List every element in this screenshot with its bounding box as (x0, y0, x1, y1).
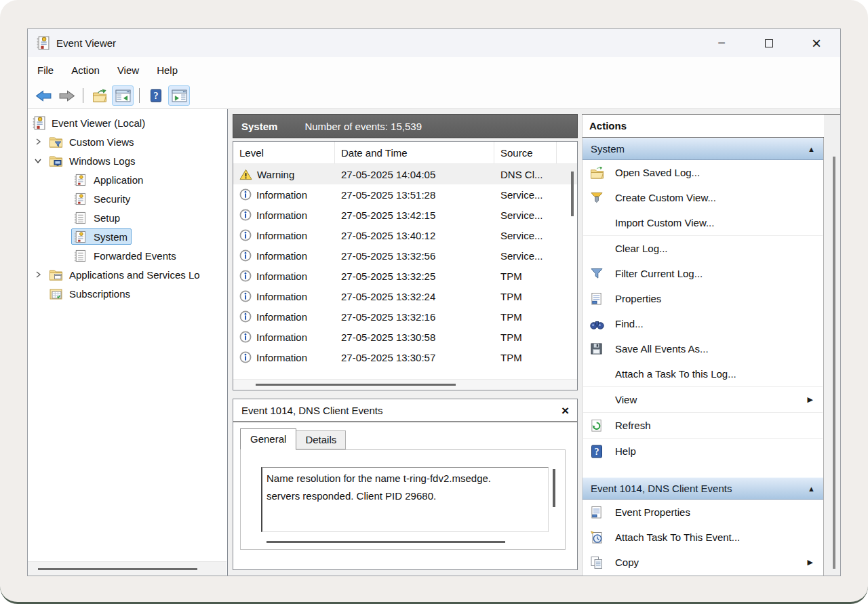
event-row[interactable]: Information27-05-2025 13:51:28Service... (233, 184, 577, 205)
event-detail-header: Event 1014, DNS Client Events × (233, 399, 577, 422)
tree-node: Setup (71, 209, 124, 226)
action-filter-current-log[interactable]: Filter Current Log... (583, 261, 823, 286)
event-row[interactable]: Information27-05-2025 13:30:57TPM (233, 347, 577, 367)
action-view[interactable]: View▶ (583, 387, 823, 412)
chevron-right-icon[interactable] (29, 138, 47, 146)
tree-item-custom-views[interactable]: Custom Views (28, 132, 227, 151)
toolbar-separator (83, 88, 83, 103)
tree-horizontal-scrollbar[interactable] (28, 561, 226, 576)
events-table-header: LevelDate and TimeSource (233, 142, 577, 164)
help-book-button[interactable]: ? (145, 85, 167, 106)
actions-list: System▲Open Saved Log...Create Custom Vi… (582, 138, 824, 576)
chevron-down-icon[interactable] (29, 157, 47, 165)
action-pane-button[interactable] (168, 85, 190, 106)
event-row[interactable]: Information27-05-2025 13:42:15Service... (233, 205, 577, 225)
tree-node: Applications and Services Lo (47, 266, 204, 283)
action-save-all-events-as[interactable]: Save All Events As... (583, 336, 823, 361)
open-folder-button[interactable] (89, 85, 111, 106)
event-row[interactable]: Information27-05-2025 13:32:16TPM (233, 306, 577, 327)
action-label: Clear Log... (615, 243, 668, 254)
tab-general[interactable]: General (240, 428, 296, 450)
collapse-arrow-icon[interactable]: ▲ (808, 485, 815, 493)
action-find[interactable]: Find... (583, 311, 823, 336)
events-header-bar: System Number of events: 15,539 (233, 114, 578, 138)
event-datetime-cell: 27-05-2025 13:32:56 (335, 250, 494, 262)
column-header-source[interactable]: Source (494, 142, 557, 163)
menu-action[interactable]: Action (62, 64, 108, 76)
column-header-date-and-time[interactable]: Date and Time (335, 142, 494, 163)
submenu-arrow-icon: ▶ (808, 558, 813, 567)
actions-panel-inner: Actions System▲Open Saved Log...Create C… (582, 114, 841, 576)
menu-file[interactable]: File (28, 64, 62, 76)
actions-section-header-event[interactable]: Event 1014, DNS Client Events▲ (583, 477, 823, 500)
tree-item-security[interactable]: Security (28, 189, 227, 208)
event-level-text: Information (256, 230, 307, 241)
tree-item-label: System (94, 231, 127, 243)
tree-item-forwarded-events[interactable]: Forwarded Events (28, 246, 227, 265)
events-horizontal-scrollbar[interactable] (233, 379, 577, 390)
action-attach-task-to-this-event[interactable]: Attach Task To This Event... (583, 525, 823, 550)
action-import-custom-view[interactable]: Import Custom View... (583, 210, 823, 235)
event-level-text: Information (256, 189, 307, 201)
event-datetime-cell: 27-05-2025 13:32:25 (335, 270, 494, 282)
tree-item-subscriptions[interactable]: Subscriptions (28, 284, 227, 303)
log-alert-icon (73, 173, 90, 186)
event-row[interactable]: Information27-05-2025 13:40:12Service... (233, 225, 577, 245)
tree-item-system[interactable]: System (28, 227, 227, 246)
tree-item-setup[interactable]: Setup (28, 208, 227, 227)
events-hscroll-thumb[interactable] (256, 384, 456, 386)
event-row[interactable]: Warning27-05-2025 14:04:05DNS Cl... (233, 164, 577, 184)
menu-view[interactable]: View (108, 64, 148, 76)
information-icon (239, 209, 252, 221)
action-icon-spacer (590, 367, 605, 381)
action-open-saved-log[interactable]: Open Saved Log... (583, 160, 823, 185)
action-clear-log[interactable]: Clear Log... (583, 236, 823, 261)
actions-section-header-system[interactable]: System▲ (583, 138, 823, 160)
information-icon (239, 310, 252, 323)
console-tree-button[interactable] (112, 85, 134, 106)
event-source-cell: TPM (494, 291, 557, 302)
action-copy[interactable]: Copy▶ (583, 550, 823, 575)
help-book-icon: ? (149, 89, 163, 102)
maximize-button[interactable] (745, 29, 793, 57)
events-vscroll-thumb[interactable] (571, 172, 574, 216)
action-event-properties[interactable]: Event Properties (583, 500, 823, 525)
action-attach-a-task-to-this-log[interactable]: Attach a Task To this Log... (583, 361, 823, 386)
event-level-text: Information (256, 331, 307, 343)
tree-item-event-viewer-local-[interactable]: Event Viewer (Local) (28, 113, 227, 132)
chevron-right-icon[interactable] (29, 270, 47, 279)
event-level-text: Information (256, 209, 307, 221)
tree-item-application[interactable]: Application (28, 170, 227, 189)
event-detail-tabs: GeneralDetails (240, 428, 577, 449)
event-row[interactable]: Information27-05-2025 13:30:58TPM (233, 327, 577, 347)
event-row[interactable]: Information27-05-2025 13:30:57TPM (233, 367, 577, 368)
description-hscroll-thumb[interactable] (267, 541, 505, 543)
actions-vscroll-thumb[interactable] (833, 157, 835, 569)
action-help[interactable]: ?Help (583, 439, 823, 464)
action-label: Attach a Task To this Log... (615, 368, 736, 380)
event-row[interactable]: Information27-05-2025 13:32:25TPM (233, 266, 577, 286)
event-row[interactable]: Information27-05-2025 13:32:24TPM (233, 286, 577, 306)
properties-icon (590, 506, 605, 519)
action-create-custom-view[interactable]: Create Custom View... (583, 185, 823, 210)
back-arrow-button[interactable] (33, 85, 54, 106)
action-refresh[interactable]: Refresh (583, 413, 823, 438)
menu-help[interactable]: Help (148, 64, 186, 76)
description-vscroll-thumb[interactable] (553, 469, 555, 507)
event-level-text: Information (256, 291, 307, 302)
tree-node: System (71, 228, 132, 245)
event-row[interactable]: Information27-05-2025 13:32:56Service... (233, 245, 577, 266)
close-icon[interactable]: × (561, 404, 569, 417)
column-header-level[interactable]: Level (233, 142, 335, 163)
minimize-button[interactable]: − (698, 29, 745, 57)
open-saved-log-icon (590, 166, 605, 180)
tree-hscroll-thumb[interactable] (38, 568, 197, 570)
forward-arrow-button[interactable] (56, 85, 77, 106)
close-button[interactable]: × (793, 29, 840, 57)
tree-item-applications-and-services-lo[interactable]: Applications and Services Lo (28, 265, 227, 284)
tree-item-windows-logs[interactable]: Windows Logs (28, 151, 227, 170)
collapse-arrow-icon[interactable]: ▲ (808, 145, 815, 153)
action-properties[interactable]: Properties (583, 286, 823, 311)
tab-details[interactable]: Details (296, 430, 346, 449)
tree-node: Subscriptions (47, 285, 134, 302)
